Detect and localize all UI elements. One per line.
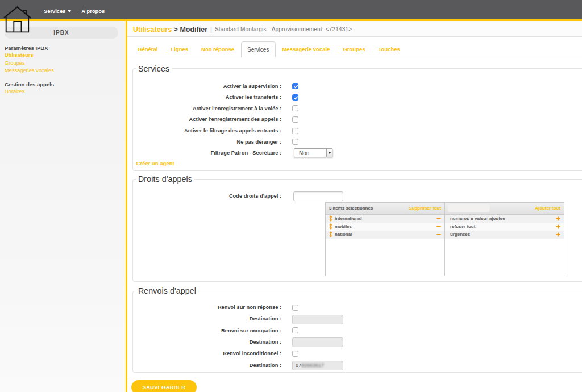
form-control	[292, 105, 298, 111]
filtrage-select[interactable]: Non	[294, 148, 332, 157]
form-row: Activer l'enregistrement des appels :	[133, 114, 582, 126]
form-label: Renvoi sur occupation :	[133, 328, 281, 333]
form-row: Renvoi sur non réponse :	[133, 302, 582, 313]
form-control	[292, 83, 298, 89]
destination-input[interactable]	[292, 337, 343, 347]
add-all-link[interactable]: Ajouter tout	[535, 206, 560, 211]
sidebar-item-horaires[interactable]: Horaires	[5, 88, 122, 95]
form-control	[292, 314, 343, 324]
available-item-urgences[interactable]: urgences	[445, 231, 564, 239]
form-control: 0782663617	[292, 360, 343, 370]
select-arrow-button[interactable]	[326, 149, 332, 157]
tab-bar: GénéralLignesNon réponseServicesMessager…	[127, 37, 582, 57]
item-label: urgences	[450, 232, 556, 237]
checkbox-unchecked[interactable]	[292, 327, 298, 333]
move-item-icon[interactable]	[329, 215, 332, 222]
tab-non-r-ponse[interactable]: Non réponse	[195, 41, 241, 57]
house-icon[interactable]	[3, 6, 31, 34]
form-label: Renvoi sur non réponse :	[133, 305, 281, 310]
destination-input[interactable]: 0782663617	[292, 361, 343, 370]
form-control	[292, 116, 298, 123]
checkbox-unchecked[interactable]	[292, 139, 298, 145]
menu-item-a-propos[interactable]: À propos	[81, 8, 105, 14]
tab-touches[interactable]: Touches	[372, 41, 406, 57]
form-control	[292, 337, 343, 348]
add-item-icon[interactable]	[556, 216, 560, 221]
save-button[interactable]: SAUVEGARDER	[131, 380, 197, 392]
item-label: refuser-tout	[450, 224, 556, 229]
code-droits-label: Code droits d'appel :	[133, 193, 281, 199]
tab-groupes[interactable]: Groupes	[336, 41, 372, 57]
destination-input[interactable]	[292, 315, 343, 324]
form-control	[292, 191, 343, 201]
droits-fieldset: Droits d'appels Code droits d'appel : 3 …	[132, 174, 582, 281]
selected-item-national[interactable]: national	[326, 231, 444, 239]
item-label: national	[335, 232, 436, 237]
remove-item-icon[interactable]	[436, 216, 441, 221]
chevron-down-icon	[68, 10, 71, 12]
breadcrumb: Utilisateurs>Modifier|Standard Montargis…	[127, 21, 582, 37]
remove-item-icon[interactable]	[436, 232, 441, 237]
checkbox-unchecked[interactable]	[292, 116, 298, 123]
duallist-lists: internationalmobilesnational numeros-a-v…	[326, 215, 564, 276]
check-icon	[293, 95, 298, 101]
tab-services[interactable]: Services	[241, 41, 276, 57]
accent-vertical-line	[126, 21, 127, 392]
plus-icon	[556, 232, 560, 237]
move-item-icon[interactable]	[329, 231, 332, 237]
form-label: Destination :	[133, 339, 281, 345]
selected-item-mobiles[interactable]: mobiles	[326, 223, 444, 231]
sidebar-nav: Paramètres IPBXUtilisateursGroupesMessag…	[5, 44, 122, 95]
minus-icon	[436, 232, 441, 237]
remove-item-icon[interactable]	[436, 224, 441, 229]
selected-item-international[interactable]: international	[326, 215, 444, 223]
sidebar-item-utilisateurs[interactable]: Utilisateurs	[5, 52, 122, 59]
duallist-search-input[interactable]	[448, 205, 489, 212]
item-label: international	[335, 216, 436, 221]
form-control	[292, 128, 298, 134]
menu-item-a-propos-label: À propos	[81, 8, 105, 14]
checkbox-unchecked[interactable]	[292, 128, 298, 134]
sidebar-item-groupes[interactable]: Groupes	[5, 60, 122, 67]
form-label: Activer le filtrage des appels entrants …	[133, 128, 281, 134]
duallist-header: 3 items sélectionnés Supprimer tout Ajou…	[326, 203, 564, 215]
tab-messagerie-vocale[interactable]: Messagerie vocale	[276, 41, 336, 57]
checkbox-unchecked[interactable]	[292, 351, 298, 357]
form-row: Activer l'enregistrement à la volée :	[133, 103, 582, 114]
minus-icon	[436, 216, 441, 221]
checkbox-checked[interactable]	[292, 94, 298, 101]
sidebar-group: Gestion des appelsHoraires	[5, 81, 122, 96]
item-label: mobiles	[335, 224, 436, 229]
checkbox-checked[interactable]	[292, 83, 298, 89]
plus-icon	[556, 224, 560, 229]
tab-g-n-ral[interactable]: Général	[131, 41, 164, 57]
sidebar-item-messageries-vocales[interactable]: Messageries vocales	[5, 67, 122, 74]
available-item-refuser-tout[interactable]: refuser-tout	[445, 223, 564, 231]
form-label: Destination :	[133, 362, 281, 368]
add-item-icon[interactable]	[556, 232, 560, 237]
form-row: Filtrage Patron - Secrétaire :Non	[133, 147, 582, 159]
remove-all-link[interactable]: Supprimer tout	[409, 206, 441, 211]
menu-item-services[interactable]: Services	[44, 8, 71, 14]
form-row: Renvoi inconditionnel :	[133, 348, 582, 359]
form-row: Destination :0782663617	[133, 359, 582, 370]
move-item-icon[interactable]	[329, 223, 332, 230]
available-item-numeros-a-valeur-ajoutee[interactable]: numeros-a-valeur-ajoutee	[445, 215, 564, 223]
add-item-icon[interactable]	[556, 224, 560, 229]
code-droits-input[interactable]	[293, 191, 343, 201]
form-label: Ne pas déranger :	[133, 139, 281, 145]
tab-lignes[interactable]: Lignes	[164, 41, 195, 57]
breadcrumb-context: Standard Montargis - Approvisionnement: …	[215, 26, 352, 32]
form-row: Activer le filtrage des appels entrants …	[133, 125, 582, 136]
duallist-header-left: 3 items sélectionnés Supprimer tout	[326, 203, 445, 214]
checkbox-unchecked[interactable]	[292, 105, 298, 111]
form-row: Ne pas déranger :	[133, 136, 582, 148]
breadcrumb-section[interactable]: Utilisateurs	[133, 26, 172, 34]
move-vertical-icon	[329, 223, 332, 230]
move-vertical-icon	[329, 215, 332, 222]
item-label: numeros-a-valeur-ajoutee	[450, 216, 556, 221]
breadcrumb-divider: |	[207, 26, 215, 33]
checkbox-unchecked[interactable]	[292, 305, 298, 311]
form-control	[292, 327, 298, 333]
create-agent-link[interactable]: Créer un agent	[136, 160, 582, 168]
